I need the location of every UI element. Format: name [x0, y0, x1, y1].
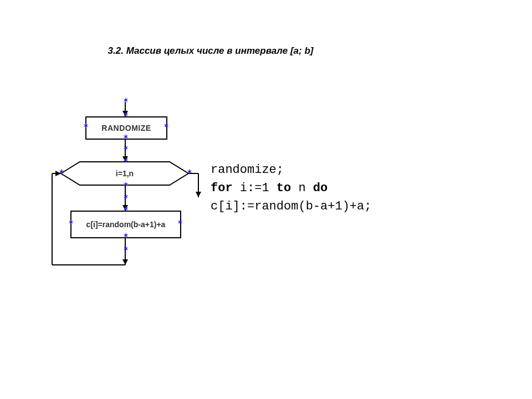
- svg-text:✶: ✶: [123, 193, 129, 201]
- flow-box-assign-label: c[i]=random(b-a+1)+a: [86, 220, 166, 229]
- code-line-1: randomize;: [211, 163, 284, 177]
- svg-text:✶: ✶: [177, 218, 183, 226]
- handle-marker: ✶: [163, 125, 167, 129]
- code-text: i:=1: [233, 181, 277, 195]
- handle-marker: ✶: [187, 171, 191, 175]
- handle-marker: ✶: [123, 248, 127, 252]
- svg-text:✶: ✶: [163, 122, 169, 130]
- svg-marker-10: [122, 259, 128, 265]
- handle-marker: ✶: [123, 147, 127, 151]
- svg-text:✶: ✶: [68, 218, 74, 226]
- handle-marker: ✶: [123, 160, 127, 163]
- handle-marker: ✶: [177, 222, 181, 226]
- code-kw-for: for: [211, 181, 233, 195]
- code-text: n: [291, 181, 313, 195]
- handle-marker: ✶: [123, 100, 127, 104]
- handle-marker: ✶: [123, 235, 127, 239]
- svg-text:✶: ✶: [123, 96, 129, 104]
- code-listing: randomize; for i:=1 to n do c[i]:=random…: [211, 161, 371, 216]
- svg-text:✶: ✶: [123, 133, 129, 141]
- section-title: 3.2. Массив целых числе в интервале [a; …: [0, 45, 421, 57]
- svg-text:✶: ✶: [123, 205, 129, 213]
- svg-text:✶: ✶: [83, 122, 89, 130]
- code-kw-to: to: [277, 181, 291, 195]
- svg-marker-8: [196, 192, 201, 197]
- handle-marker: ✶: [123, 208, 127, 212]
- code-line-3: c[i]:=random(b-a+1)+a;: [211, 200, 371, 213]
- handle-marker: ✶: [68, 222, 72, 226]
- handle-marker: ✶: [123, 114, 127, 118]
- svg-text:✶: ✶: [123, 111, 129, 119]
- svg-text:✶: ✶: [123, 245, 129, 253]
- code-kw-do: do: [313, 181, 328, 195]
- handle-marker: ✶: [123, 196, 127, 200]
- flowchart: RANDOMIZE ✶ ✶ ✶ ✶ ✶ ✶ i=1,n ✶ ✶ ✶ ✶ ✶ c[…: [55, 105, 200, 283]
- flow-loop-label: i=1,n: [116, 169, 134, 178]
- svg-text:✶: ✶: [123, 181, 129, 188]
- svg-text:✶: ✶: [123, 156, 129, 164]
- svg-text:✶: ✶: [123, 144, 129, 152]
- svg-text:✶: ✶: [187, 168, 192, 176]
- handle-marker: ✶: [83, 125, 87, 129]
- flow-box-randomize-label: RANDOMIZE: [101, 124, 151, 132]
- handle-marker: ✶: [123, 184, 127, 188]
- handle-marker: ✶: [123, 136, 127, 140]
- svg-text:✶: ✶: [59, 168, 64, 176]
- svg-text:✶: ✶: [123, 232, 129, 239]
- handle-marker: ✶: [59, 171, 63, 175]
